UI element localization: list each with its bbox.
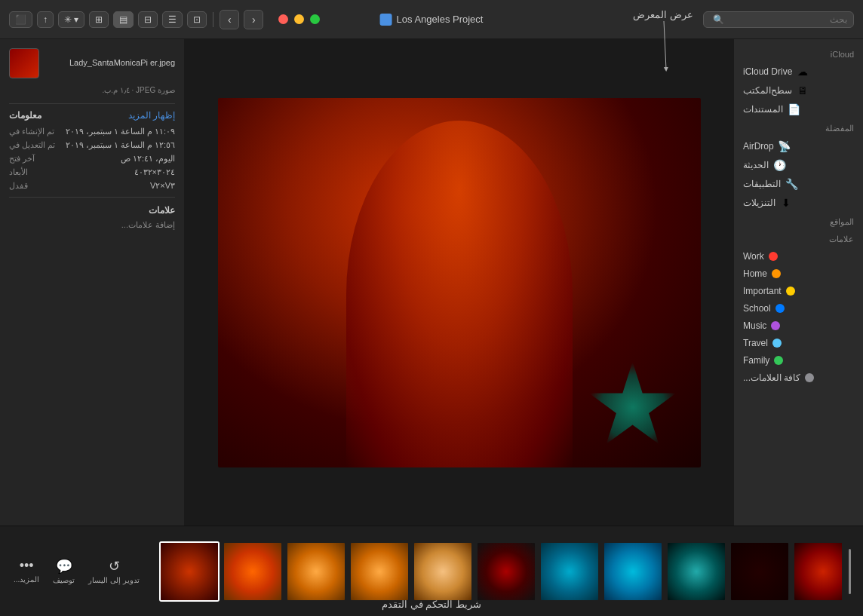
filmstrip-view-button[interactable]: ▤ [113,11,134,28]
film-thumb-inner-t1 [161,543,218,600]
search-input[interactable] [724,14,847,25]
nav-next-button[interactable]: › [244,10,263,29]
home-dot [772,269,781,278]
more-icon: ••• [20,558,34,574]
sidebar-item-all-tags[interactable]: كافة العلامات... [737,369,860,386]
film-thumb-t7[interactable] [539,541,600,602]
file-thumbnail [9,48,39,78]
plugins-button[interactable]: ✳ ▾ [58,11,84,28]
describe-label: توصيف [53,576,75,584]
window-controls [278,14,320,24]
sidebar-item-work[interactable]: Work [737,248,860,265]
film-thumb-t3[interactable] [286,541,346,602]
show-more-link[interactable]: إظهار المزيد [128,110,175,121]
all-tags-label: كافة العلامات... [743,372,800,383]
airdrop-icon: 📡 [779,140,791,152]
film-thumb-t8[interactable] [603,541,663,602]
icloud-drive-label: iCloud Drive [743,66,792,77]
search-bar[interactable]: 🔍 [703,11,854,28]
add-tags-input[interactable]: إضافة علامات... [9,220,175,230]
gallery-view-button[interactable]: ⊡ [187,11,207,28]
sidebar-item-family[interactable]: Family [737,352,860,369]
film-thumb-inner-t9 [668,543,725,600]
more-button[interactable]: ••• المزيد... [8,555,45,587]
sidebar-item-icloud-drive[interactable]: ☁ iCloud Drive [737,63,860,81]
film-thumb-inner-t11 [794,543,842,600]
search-icon: 🔍 [713,14,724,25]
tag-button[interactable]: ⬛ [9,11,32,28]
sidebar-item-applications[interactable]: 🔧 التطبيقات [737,175,860,193]
important-dot [786,287,795,296]
info-row: V٣×V٢قفدل‎ [9,181,175,191]
filename-label: Lady_SantaMonicaPi er.jpeg [45,57,175,69]
film-thumb-t11[interactable] [793,541,842,602]
list-view-button[interactable]: ☰ [162,11,183,28]
info-key: تم الإنشاء في [9,127,54,136]
close-button[interactable] [278,14,288,24]
info-val: ١٢:٥٦ م الساعة ١ سبتمبر، ٢٠١٩ [66,140,175,150]
maximize-button[interactable] [310,14,320,24]
filmstrip-thumbs [153,541,842,602]
toolbar-right: ⬛ ↑ ✳ ▾ ⊞ ▤ ⊟ ☰ ⊡ ‹ › [9,10,320,29]
sidebar-item-desktop[interactable]: 🖥 سطح‌المكتب [737,81,860,100]
music-label: Music [743,320,766,331]
sidebar-item-recents[interactable]: 🕐 الحديثة [737,156,860,174]
info-row: اليوم، ١٢:٤١ صآخر فتح [9,154,175,164]
sidebar-item-important[interactable]: Important [737,283,860,299]
film-thumb-t5[interactable] [413,541,473,602]
all-tags-dot [805,373,814,382]
sidebar-item-travel[interactable]: Travel [737,335,860,351]
image-area [185,39,733,526]
school-label: School [743,303,771,314]
documents-label: المستندات [743,104,783,115]
window-title-area: Los Angeles Project [380,14,484,26]
locations-section-title: المواقع [734,213,863,230]
minimize-button[interactable] [294,14,304,24]
film-thumb-inner-t8 [604,543,662,600]
favorites-section-title: المفضلة [734,119,863,136]
work-dot [769,252,778,261]
film-thumb-inner-t6 [478,543,535,600]
nav-prev-button[interactable]: ‹ [220,10,239,29]
progress-indicator [849,549,851,594]
icloud-drive-icon: ☁ [797,66,809,78]
grid-view-button[interactable]: ⊞ [89,11,109,28]
sidebar-item-home[interactable]: Home [737,265,860,282]
airdrop-label: AirDrop [743,141,774,152]
rotate-icon: ↺ [109,558,120,575]
progress-bar-area[interactable] [842,541,857,602]
travel-dot [772,339,782,348]
sidebar-item-airdrop[interactable]: 📡 AirDrop [737,137,860,155]
rotate-label: تدوير إلى اليسار [88,576,140,584]
info-val: ٣٠٢٤×٤٠٣٢ [134,167,175,177]
info-key: الأبعاد [9,167,28,177]
film-thumb-t2[interactable] [223,541,283,602]
film-thumb-t10[interactable] [729,541,790,602]
rotate-button[interactable]: ↺ تدوير إلى اليسار [82,555,146,587]
film-thumb-t9[interactable] [666,541,726,602]
film-thumb-inner-t10 [731,543,788,600]
applications-icon: 🔧 [785,178,797,190]
school-dot [775,304,785,313]
film-thumb-t4[interactable] [349,541,410,602]
icloud-section-title: iCloud [734,45,863,62]
info-row: ٣٠٢٤×٤٠٣٢الأبعاد [9,167,175,177]
film-thumb-inner-t4 [351,543,408,600]
sidebar-item-documents[interactable]: 📄 المستندات [737,100,860,118]
filmstrip-area: ↺ تدوير إلى اليسار 💬 توصيف ••• المزيد... [0,526,863,616]
film-thumb-inner-t3 [287,543,345,600]
documents-icon: 📄 [788,103,800,115]
columns-view-button[interactable]: ⊟ [138,11,158,28]
describe-button[interactable]: 💬 توصيف [47,555,81,587]
sidebar-item-school[interactable]: School [737,300,860,317]
family-label: Family [743,355,769,366]
recents-icon: 🕐 [773,159,785,171]
film-thumb-t6[interactable] [476,541,536,602]
info-section-title: معلومات [9,110,41,121]
sidebar-item-downloads[interactable]: ⬇ التنزيلات [737,194,860,212]
share-button[interactable]: ↑ [37,11,54,28]
film-thumb-t1[interactable] [159,541,220,602]
info-key: آخر فتح [9,154,35,164]
sidebar-item-music[interactable]: Music [737,317,860,334]
info-row: ١١:٠٩ م الساعة ١ سبتمبر، ٢٠١٩تم الإنشاء … [9,127,175,136]
